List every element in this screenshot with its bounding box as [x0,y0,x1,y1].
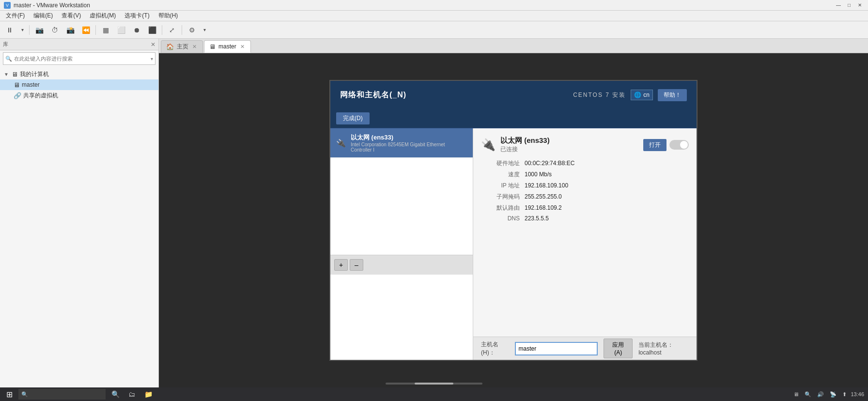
network-item-ens33[interactable]: 🔌 以太网 (ens33) Intel Corporation 82545EM … [330,128,473,158]
tray-icon-2[interactable]: 🔍 [803,390,813,399]
settings-dropdown[interactable]: ▾ [201,24,208,36]
search-dropdown-icon[interactable]: ▾ [151,56,153,62]
toolbar-separator-4 [182,25,182,35]
tray-icon-5[interactable]: ⬆ [840,390,849,399]
lang-selector[interactable]: 🌐 cn [631,90,653,100]
menu-bar: 文件(F) 编辑(E) 查看(V) 虚拟机(M) 选项卡(T) 帮助(H) [0,11,868,21]
left-panel-close[interactable]: ✕ [151,41,155,48]
detail-info: 以太网 (ens33) 已连接 [500,136,550,154]
taskbar-item-1[interactable]: 🔍 [108,387,123,401]
help-button[interactable]: 帮助！ [658,89,687,101]
prop-hardware-label: 硬件地址 [481,159,520,168]
prop-gateway-label: 默认路由 [481,204,520,212]
done-bar: 完成(D) [330,109,697,128]
taskbar-item-2[interactable]: 🗂 [124,387,140,401]
view3-button[interactable]: ⏺ [130,24,143,36]
left-panel-header: 库 ✕ [0,39,158,50]
tab-bar: 🏠 主页 ✕ 🖥 master ✕ [159,39,868,53]
tree-item-master[interactable]: 🖥 master [0,79,158,90]
toggle-row: 打开 [643,139,689,151]
start-button[interactable]: ⊞ [0,387,18,401]
master-icon: 🖥 [209,43,216,50]
restore-button[interactable]: ⏪ [79,24,93,36]
tree-toggle-root[interactable]: ▼ [4,72,10,77]
prop-speed: 速度 1000 Mb/s [481,170,689,179]
network-details: 🔌 以太网 (ens33) 已连接 打开 硬件地址 00:0C:2 [473,128,697,360]
network-adapter-name: 以太网 (ens33) [351,133,467,142]
hostname-input[interactable] [515,342,598,355]
tree-item-root[interactable]: ▼ 🖥 我的计算机 [0,69,158,79]
toolbar: ⏸ ▾ 📷 ⏱ 📸 ⏪ ▦ ⬜ ⏺ ⬛ ⤢ ⚙ ▾ [0,21,868,39]
menu-vm[interactable]: 虚拟机(M) [86,11,120,21]
installer-right: CENTOS 7 安装 🌐 cn 帮助！ [573,89,687,101]
windows-taskbar: ⊞ 🔍 🔍 🗂 📁 🖥 🔍 🔊 📡 ⬆ 13:46 [0,387,868,401]
toolbar-separator-1 [29,25,30,35]
scrollbar-thumb[interactable] [415,383,453,385]
tree-item-shared[interactable]: 🔗 共享的虚拟机 [0,90,158,101]
vmware-icon: V [4,2,11,9]
tray-icon-3[interactable]: 🔊 [815,390,826,399]
tray-icon-1[interactable]: 🖥 [791,390,801,398]
close-button[interactable]: ✕ [855,2,864,9]
menu-help[interactable]: 帮助(H) [155,11,182,21]
search-input[interactable] [14,56,149,62]
pause-button[interactable]: ⏸ [3,24,16,36]
tab-master[interactable]: 🖥 master ✕ [204,40,251,53]
prop-hardware-value: 00:0C:29:74:B8:EC [525,160,574,167]
view4-button[interactable]: ⬛ [145,24,159,36]
scrollbar-track[interactable] [386,383,482,385]
view1-button[interactable]: ▦ [99,24,112,36]
title-bar: V master - VMware Workstation — □ ✕ [0,0,868,11]
tab-home-label: 主页 [177,43,188,51]
remove-network-button[interactable]: – [350,259,363,271]
menu-file[interactable]: 文件(F) [2,11,29,21]
search-icon: 🔍 [5,56,12,62]
tray-icon-4[interactable]: 📡 [828,390,838,399]
tree-master-label: master [22,81,40,88]
vm-screen[interactable]: 网络和主机名(_N) CENTOS 7 安装 🌐 cn 帮助！ 完成(D) 🔌 [329,80,698,361]
tab-home-close[interactable]: ✕ [191,43,198,50]
view2-button[interactable]: ⬜ [114,24,128,36]
tab-master-close[interactable]: ✕ [239,43,246,50]
stretch-button[interactable]: ⤢ [165,24,179,36]
settings-button[interactable]: ⚙ [185,24,199,36]
computer-icon: 🖥 [12,71,18,78]
flag-icon: 🌐 [634,92,641,98]
hostname-bar: 主机名 (H)： 应用(A) 当前主机名： localhost [473,337,697,360]
detail-status: 已连接 [500,145,550,154]
search-box[interactable]: 🔍 ▾ [3,52,155,65]
menu-view[interactable]: 查看(V) [58,11,85,21]
prop-subnet-label: 子网掩码 [481,193,520,201]
add-network-button[interactable]: + [334,259,348,271]
hostname-current: 当前主机名： localhost [638,341,689,356]
current-hostname-value: localhost [638,349,661,356]
taskbar-item-3[interactable]: 📁 [140,387,156,401]
maximize-button[interactable]: □ [845,2,853,9]
taskbar-search[interactable]: 🔍 [18,389,106,400]
network-list-footer: + – [330,255,473,275]
pause-dropdown[interactable]: ▾ [18,24,26,36]
prop-subnet-value: 255.255.255.0 [525,193,562,200]
tree-container: ▼ 🖥 我的计算机 🖥 master 🔗 共享的虚拟机 [0,67,158,103]
tab-home[interactable]: 🏠 主页 ✕ [161,40,203,53]
prop-hardware: 硬件地址 00:0C:29:74:B8:EC [481,159,689,168]
snapshot-button[interactable]: 📷 [32,24,46,36]
menu-tabs[interactable]: 选项卡(T) [121,11,153,21]
snapshot2-button[interactable]: 📸 [63,24,77,36]
done-button[interactable]: 完成(D) [336,112,370,124]
toggle-on-button[interactable]: 打开 [643,139,666,151]
apply-button[interactable]: 应用(A) [604,339,633,358]
network-list-empty [330,158,473,255]
left-panel: 库 ✕ 🔍 ▾ ▼ 🖥 我的计算机 🖥 master 🔗 共享的虚拟机 [0,39,159,387]
prop-dns: DNS 223.5.5.5 [481,215,689,222]
installer-content: 🔌 以太网 (ens33) Intel Corporation 82545EM … [330,128,697,360]
tree-root-label: 我的计算机 [20,70,49,78]
toggle-switch[interactable] [669,140,689,150]
vm-area[interactable]: 网络和主机名(_N) CENTOS 7 安装 🌐 cn 帮助！ 完成(D) 🔌 [159,53,868,387]
menu-edit[interactable]: 编辑(E) [30,11,57,21]
tab-master-label: master [218,43,236,50]
toolbar-separator-3 [162,25,162,35]
timer-button[interactable]: ⏱ [48,24,62,36]
system-tray: 🖥 🔍 🔊 📡 ⬆ 13:46 [791,390,868,399]
minimize-button[interactable]: — [834,2,843,9]
